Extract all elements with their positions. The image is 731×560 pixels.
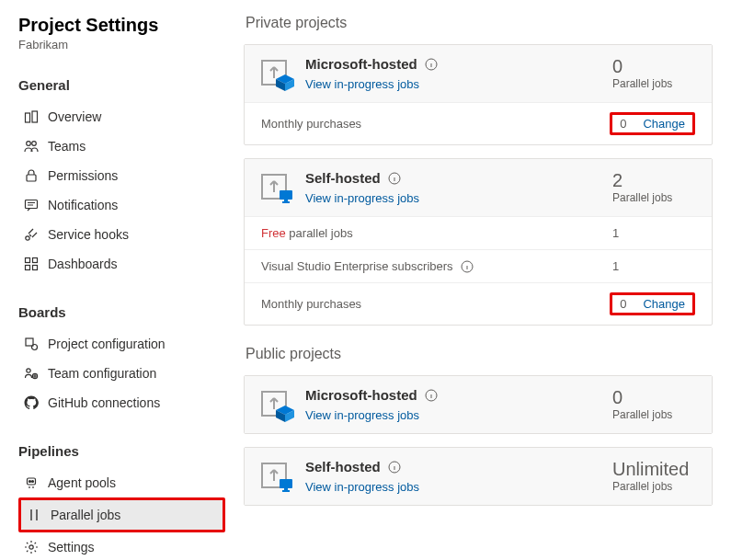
lock-icon: [24, 168, 39, 183]
nav-agent-pools[interactable]: Agent pools: [18, 468, 225, 497]
view-jobs-link[interactable]: View in-progress jobs: [305, 408, 419, 422]
people-icon: [24, 139, 39, 154]
info-icon[interactable]: [425, 389, 438, 402]
purchase-value: 0: [620, 117, 626, 131]
info-icon[interactable]: [388, 172, 401, 185]
ms-hosted-icon: [257, 56, 294, 93]
nav-group-pipelines: Pipelines Agent pools Parallel jobs Sett…: [18, 443, 225, 560]
highlight-parallel-jobs: Parallel jobs: [18, 497, 225, 532]
nav-label: Overview: [48, 109, 101, 124]
nav-group-boards: Boards Project configuration Team config…: [18, 304, 225, 417]
github-icon: [24, 395, 39, 410]
row-label: Monthly purchases: [261, 297, 361, 311]
nav-label: Service hooks: [48, 227, 129, 242]
svg-rect-23: [282, 201, 290, 203]
nav-label: Agent pools: [48, 475, 116, 490]
nav-overview[interactable]: Overview: [18, 102, 225, 131]
row-label: Monthly purchases: [261, 117, 361, 131]
self-hosted-icon: [257, 459, 294, 496]
nav-parallel-jobs[interactable]: Parallel jobs: [21, 500, 223, 530]
svg-rect-0: [26, 113, 30, 122]
card-public-ms-hosted: Microsoft-hosted View in-progress jobs 0…: [244, 375, 713, 434]
nav-dashboards[interactable]: Dashboards: [18, 249, 225, 279]
parallel-jobs-count: 0: [612, 56, 695, 77]
grid-icon: [24, 257, 39, 271]
purchase-value: 0: [620, 297, 626, 311]
change-link[interactable]: Change: [643, 117, 685, 131]
project-icon: [24, 109, 39, 124]
svg-point-18: [29, 545, 33, 549]
public-projects-header: Public projects: [246, 346, 713, 362]
svg-rect-10: [33, 266, 38, 270]
nav-header-general: General: [18, 77, 225, 93]
parallel-jobs-count: 2: [612, 170, 695, 191]
card-private-self-hosted: Self-hosted View in-progress jobs 2 Para…: [244, 158, 713, 326]
vse-row: Visual Studio Enterprise subscribers 1: [245, 249, 712, 282]
free-prefix: Free: [261, 226, 286, 240]
svg-point-16: [29, 481, 31, 483]
svg-rect-7: [26, 258, 30, 263]
nav-label: Project configuration: [48, 337, 166, 351]
nav-group-general: General Overview Teams Permissions Notif…: [18, 77, 225, 279]
change-link[interactable]: Change: [643, 297, 685, 311]
svg-point-2: [27, 142, 31, 146]
card-public-self-hosted: Self-hosted View in-progress jobs Unlimi…: [244, 447, 713, 506]
parallel-icon: [27, 508, 41, 522]
gear-icon: [24, 540, 39, 554]
svg-point-3: [32, 142, 37, 146]
view-jobs-link[interactable]: View in-progress jobs: [305, 480, 419, 494]
info-icon[interactable]: [425, 58, 438, 71]
svg-rect-22: [280, 190, 292, 200]
svg-rect-9: [26, 266, 30, 270]
svg-rect-32: [284, 488, 288, 490]
free-value: 1: [612, 226, 695, 240]
nav-permissions[interactable]: Permissions: [18, 161, 225, 190]
svg-rect-8: [33, 258, 38, 263]
page-title: Project Settings: [18, 15, 225, 36]
card-title: Microsoft-hosted: [305, 387, 417, 403]
nav-service-hooks[interactable]: Service hooks: [18, 220, 225, 249]
nav-label: Dashboards: [48, 257, 118, 271]
nav-notifications[interactable]: Notifications: [18, 190, 225, 220]
config-icon: [24, 337, 39, 351]
svg-rect-31: [282, 490, 290, 492]
card-title: Microsoft-hosted: [305, 56, 417, 72]
parallel-jobs-label: Parallel jobs: [612, 480, 695, 493]
parallel-jobs-count: Unlimited: [612, 459, 695, 480]
parallel-jobs-label: Parallel jobs: [612, 191, 695, 204]
main-content: Private projects Microsoft-hosted View i…: [225, 0, 731, 560]
nav-settings[interactable]: Settings: [18, 532, 225, 560]
svg-rect-11: [26, 338, 33, 346]
private-projects-header: Private projects: [246, 15, 713, 31]
plug-icon: [24, 227, 39, 242]
agent-icon: [24, 475, 39, 490]
nav-label: GitHub connections: [48, 395, 160, 410]
nav-label: Permissions: [48, 168, 118, 183]
highlight-change-ms: 0 Change: [610, 112, 695, 135]
svg-rect-1: [32, 111, 38, 122]
card-title: Self-hosted: [305, 170, 381, 186]
vse-value: 1: [612, 259, 695, 273]
parallel-jobs-label: Parallel jobs: [612, 77, 695, 90]
card-private-ms-hosted: Microsoft-hosted View in-progress jobs 0…: [244, 44, 713, 145]
svg-rect-4: [27, 175, 36, 181]
nav-header-pipelines: Pipelines: [18, 443, 225, 459]
nav-project-config[interactable]: Project configuration: [18, 329, 225, 359]
info-icon[interactable]: [388, 461, 401, 474]
nav-team-config[interactable]: Team configuration: [18, 359, 225, 388]
view-jobs-link[interactable]: View in-progress jobs: [305, 77, 419, 91]
parallel-jobs-count: 0: [612, 387, 695, 408]
info-icon[interactable]: [461, 260, 474, 273]
team-config-icon: [24, 366, 39, 381]
nav-github[interactable]: GitHub connections: [18, 388, 225, 417]
project-name: Fabrikam: [18, 38, 225, 51]
nav-header-boards: Boards: [18, 304, 225, 320]
sidebar: Project Settings Fabrikam General Overvi…: [0, 0, 225, 560]
nav-label: Teams: [48, 139, 86, 154]
view-jobs-link[interactable]: View in-progress jobs: [305, 191, 419, 205]
svg-point-6: [26, 236, 29, 240]
nav-teams[interactable]: Teams: [18, 131, 225, 161]
nav-label: Parallel jobs: [51, 508, 120, 522]
svg-rect-5: [26, 200, 38, 209]
monthly-purchases-row: Monthly purchases 0 Change: [245, 282, 712, 325]
